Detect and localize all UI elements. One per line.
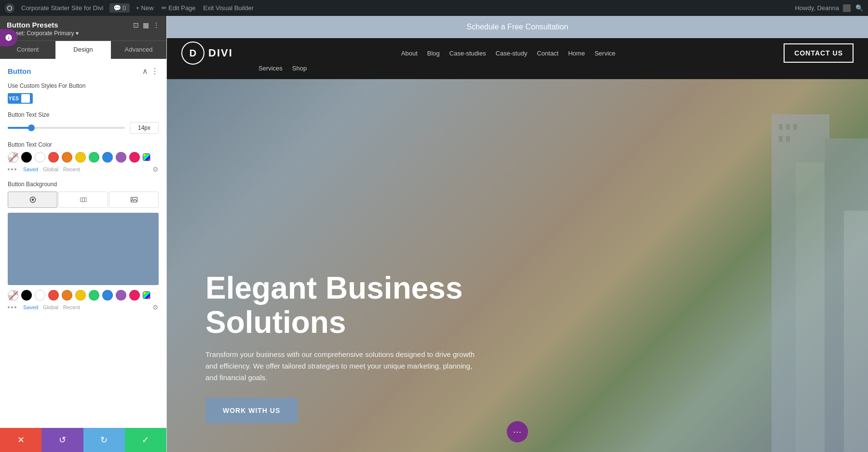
tab-design[interactable]: Design bbox=[55, 41, 111, 59]
site-nav-top: D DIVI About Blog Case-studies Case-stud… bbox=[181, 41, 854, 65]
swatch-tab-saved[interactable]: Saved bbox=[23, 166, 38, 172]
swatch-custom[interactable] bbox=[143, 153, 150, 161]
bg-swatch-custom[interactable] bbox=[143, 291, 150, 299]
bg-swatch-tab-global[interactable]: Global bbox=[43, 304, 58, 310]
panel-footer: ✕ ↺ ↻ ✓ bbox=[0, 428, 166, 452]
user-avatar[interactable] bbox=[843, 4, 851, 12]
swatch-pink[interactable] bbox=[129, 152, 140, 163]
save-button[interactable]: ✓ bbox=[125, 428, 166, 452]
nav-link-home[interactable]: Home bbox=[568, 50, 585, 57]
section-options-icon[interactable]: ⋮ bbox=[151, 67, 159, 76]
swatch-black[interactable] bbox=[21, 152, 32, 163]
bg-swatch-green[interactable] bbox=[89, 290, 99, 301]
custom-styles-toggle-row: YES bbox=[8, 93, 159, 104]
nav-link-shop[interactable]: Shop bbox=[292, 65, 307, 72]
swatch-red[interactable] bbox=[48, 152, 59, 163]
cancel-button[interactable]: ✕ bbox=[0, 428, 41, 452]
swatch-settings-icon[interactable]: ⚙ bbox=[152, 165, 159, 173]
hero-subtitle: Transform your business with our compreh… bbox=[205, 349, 485, 384]
tab-advanced[interactable]: Advanced bbox=[111, 41, 166, 59]
swatch-tab-recent[interactable]: Recent bbox=[63, 166, 80, 172]
layout-icon[interactable]: ▦ bbox=[143, 21, 149, 29]
swatch-white[interactable] bbox=[35, 152, 45, 163]
bg-tab-image[interactable] bbox=[109, 192, 159, 208]
more-icon[interactable]: ⋮ bbox=[153, 21, 160, 29]
nav-link-blog[interactable]: Blog bbox=[427, 50, 440, 57]
bg-swatch-blue[interactable] bbox=[102, 290, 113, 301]
exit-visual-builder-link[interactable]: Exit Visual Builder bbox=[201, 4, 257, 12]
swatch-transparent[interactable] bbox=[8, 152, 18, 163]
undo-button[interactable]: ↺ bbox=[41, 428, 83, 452]
bg-swatch-tab-row: Saved Global Recent ⚙ bbox=[8, 303, 159, 311]
new-item-button[interactable]: + New bbox=[133, 4, 156, 12]
swatch-blue[interactable] bbox=[102, 152, 113, 163]
wp-admin-bar: Corporate Starter Site for Divi 💬 0 + Ne… bbox=[0, 0, 868, 16]
swatch-yellow[interactable] bbox=[75, 152, 86, 163]
bg-swatch-tab-recent[interactable]: Recent bbox=[63, 304, 80, 310]
nav-link-case-studies[interactable]: Case-studies bbox=[449, 50, 486, 57]
swatch-green[interactable] bbox=[89, 152, 99, 163]
custom-styles-toggle[interactable]: YES bbox=[8, 93, 33, 104]
bg-tab-color[interactable] bbox=[8, 192, 57, 208]
bg-swatch-white[interactable] bbox=[35, 290, 45, 301]
admin-search-icon[interactable]: 🔍 bbox=[855, 4, 863, 12]
text-size-value[interactable]: 14px bbox=[130, 122, 159, 134]
nav-link-case-study[interactable]: Case-study bbox=[496, 50, 528, 57]
svg-line-8 bbox=[9, 291, 18, 300]
panel-header-icons: ⊡ ▦ ⋮ bbox=[133, 21, 160, 29]
svg-rect-3 bbox=[80, 198, 86, 202]
bg-swatch-pink[interactable] bbox=[129, 290, 140, 301]
schedule-bar[interactable]: Schedule a Free Consultation bbox=[167, 16, 868, 38]
contact-us-button[interactable]: CONTACT US bbox=[784, 43, 854, 63]
text-size-label: Button Text Size bbox=[8, 111, 159, 118]
text-size-slider-track[interactable] bbox=[8, 127, 125, 129]
toggle-yes-label: YES bbox=[9, 96, 19, 101]
nav-link-about[interactable]: About bbox=[401, 50, 418, 57]
divi-float-button[interactable] bbox=[0, 29, 17, 46]
text-color-label: Button Text Color bbox=[8, 141, 159, 148]
toggle-thumb bbox=[21, 94, 30, 103]
bg-color-preview[interactable] bbox=[8, 213, 159, 285]
section-title: Button bbox=[8, 67, 31, 75]
swatch-purple[interactable] bbox=[116, 152, 126, 163]
bg-swatch-dots bbox=[8, 306, 16, 308]
bg-swatch-transparent[interactable] bbox=[8, 290, 18, 301]
slider-thumb[interactable] bbox=[28, 124, 35, 131]
svg-point-2 bbox=[31, 199, 34, 201]
panel-preset[interactable]: Preset: Corporate Primary ▾ bbox=[7, 30, 160, 37]
swatch-orange[interactable] bbox=[62, 152, 72, 163]
swatch-tab-row: Saved Global Recent ⚙ bbox=[8, 165, 159, 173]
nav-link-service[interactable]: Service bbox=[595, 50, 615, 57]
text-size-slider-row: 14px bbox=[8, 122, 159, 134]
bg-tab-gradient[interactable] bbox=[58, 192, 108, 208]
bg-swatch-settings-icon[interactable]: ⚙ bbox=[152, 303, 159, 311]
panel-header: Button Presets ⊡ ▦ ⋮ Preset: Corporate P… bbox=[0, 16, 166, 41]
redo-button[interactable]: ↻ bbox=[83, 428, 125, 452]
nav-links: About Blog Case-studies Case-study Conta… bbox=[401, 50, 616, 57]
bg-swatch-purple[interactable] bbox=[116, 290, 126, 301]
wp-logo-icon[interactable] bbox=[5, 3, 14, 13]
hero-section: Elegant Business Solutions Transform you… bbox=[167, 79, 868, 452]
section-collapse-controls[interactable]: ∧ ⋮ bbox=[142, 67, 159, 76]
nav-link-services[interactable]: Services bbox=[258, 65, 283, 72]
site-name[interactable]: Corporate Starter Site for Divi bbox=[18, 4, 107, 12]
bg-swatch-red[interactable] bbox=[48, 290, 59, 301]
bg-swatch-tab-saved[interactable]: Saved bbox=[23, 304, 38, 310]
bg-swatch-black[interactable] bbox=[21, 290, 32, 301]
floating-dots-button[interactable]: ··· bbox=[507, 421, 528, 442]
svg-point-7 bbox=[132, 198, 133, 199]
text-size-field: Button Text Size 14px bbox=[8, 111, 159, 134]
custom-styles-label: Use Custom Styles For Button bbox=[8, 82, 159, 89]
edit-page-link[interactable]: ✏ Edit Page bbox=[159, 4, 199, 12]
collapse-icon[interactable]: ∧ bbox=[142, 67, 148, 76]
bg-swatch-orange[interactable] bbox=[62, 290, 72, 301]
settings-icon[interactable]: ⊡ bbox=[133, 21, 139, 29]
swatch-tab-global[interactable]: Global bbox=[43, 166, 58, 172]
bg-color-swatches bbox=[8, 290, 159, 301]
nav-logo[interactable]: D DIVI bbox=[181, 41, 233, 65]
comment-bubble[interactable]: 💬 0 bbox=[109, 3, 130, 13]
website-preview: Schedule a Free Consultation D DIVI Abou… bbox=[167, 16, 868, 452]
nav-link-contact[interactable]: Contact bbox=[537, 50, 558, 57]
work-with-us-button[interactable]: WORK WITH US bbox=[205, 398, 298, 423]
bg-swatch-yellow[interactable] bbox=[75, 290, 86, 301]
